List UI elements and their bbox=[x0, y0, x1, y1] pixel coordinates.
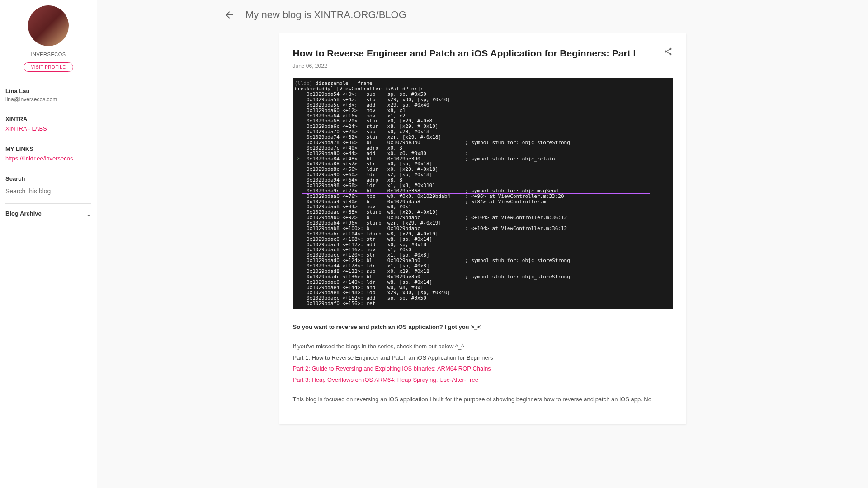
mylinks-link[interactable]: https://linktr.ee/inversecos bbox=[5, 155, 73, 162]
contact-email: lina@inversecos.com bbox=[5, 96, 91, 103]
xintra-link[interactable]: XINTRA - LABS bbox=[5, 125, 47, 132]
sidebar-mylinks: MY LINKS https://linktr.ee/inversecos bbox=[5, 139, 91, 169]
contact-name: Lina Lau bbox=[5, 88, 91, 94]
post-card: How to Reverse Engineer and Patch an iOS… bbox=[279, 33, 686, 424]
visit-profile-button[interactable]: VISIT PROFILE bbox=[24, 62, 74, 72]
author-name: INVERSECOS bbox=[5, 52, 91, 57]
xintra-heading: XINTRA bbox=[5, 116, 91, 122]
disassembly-image: (lldb) disassemble --frame breakmedaddy`… bbox=[293, 78, 673, 309]
sidebar-search: Search bbox=[5, 169, 91, 203]
body-part3-link[interactable]: Part 3: Heap Overflows on iOS ARM64: Hea… bbox=[293, 376, 478, 383]
blog-title[interactable]: My new blog is XINTRA.ORG/BLOG bbox=[245, 9, 406, 21]
avatar[interactable] bbox=[28, 5, 69, 46]
chevron-down-icon bbox=[86, 212, 91, 217]
search-input[interactable] bbox=[5, 184, 91, 197]
post-title: How to Reverse Engineer and Patch an iOS… bbox=[293, 47, 636, 59]
post-date: June 06, 2022 bbox=[293, 63, 673, 69]
mylinks-heading: MY LINKS bbox=[5, 145, 91, 152]
sidebar-contact: Lina Lau lina@inversecos.com bbox=[5, 81, 91, 109]
body-intro: So you want to reverse and patch an iOS … bbox=[293, 323, 673, 332]
search-heading: Search bbox=[5, 175, 91, 182]
sidebar-archive: Blog Archive bbox=[5, 203, 91, 225]
body-part2-link[interactable]: Part 2: Guide to Reversing and Exploitin… bbox=[293, 365, 491, 372]
header-bar: My new blog is XINTRA.ORG/BLOG bbox=[124, 9, 841, 21]
body-part1: Part 1: How to Reverse Engineer and Patc… bbox=[293, 353, 673, 363]
main-content: My new blog is XINTRA.ORG/BLOG How to Re… bbox=[97, 0, 868, 488]
archive-toggle[interactable]: Blog Archive bbox=[5, 210, 91, 219]
post-body: So you want to reverse and patch an iOS … bbox=[293, 323, 673, 404]
sidebar-xintra: XINTRA XINTRA - LABS bbox=[5, 109, 91, 139]
body-series-note: If you've missed the blogs in the series… bbox=[293, 342, 673, 352]
post-header: How to Reverse Engineer and Patch an iOS… bbox=[293, 47, 673, 59]
sidebar: INVERSECOS VISIT PROFILE Lina Lau lina@i… bbox=[0, 0, 97, 488]
body-desc: This blog is focused on reversing an iOS… bbox=[293, 395, 673, 404]
archive-heading: Blog Archive bbox=[5, 210, 42, 217]
back-button[interactable] bbox=[224, 9, 235, 20]
share-button[interactable] bbox=[664, 47, 673, 56]
